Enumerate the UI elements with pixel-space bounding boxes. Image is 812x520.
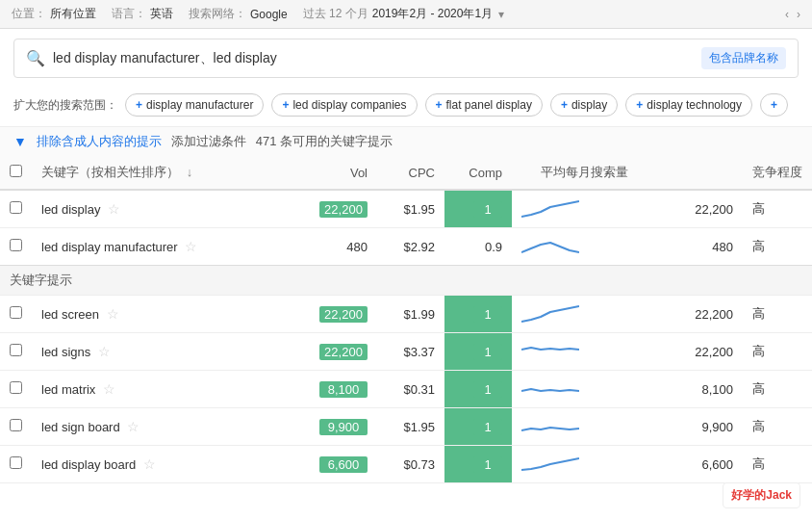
- td-monthly: 22,200: [656, 333, 743, 371]
- nav-prev-icon[interactable]: ‹: [785, 8, 789, 21]
- period-dropdown-icon[interactable]: ▾: [498, 8, 504, 21]
- td-vol: 6,600: [300, 446, 377, 483]
- plus-icon-more: +: [771, 98, 777, 112]
- keyword-link[interactable]: led display board: [41, 457, 136, 472]
- td-checkbox[interactable]: [0, 228, 32, 266]
- table-body: led display ☆ 22,200 $1.95 1 22,200 高 le…: [0, 190, 812, 483]
- td-cpc: $1.99: [377, 296, 444, 333]
- comp-value: 1: [473, 344, 502, 360]
- comp-value: 1: [473, 381, 502, 398]
- td-cpc: $0.73: [377, 446, 444, 483]
- row-checkbox[interactable]: [10, 306, 22, 319]
- suggestions-bar: 扩大您的搜索范围： + display manufacturer + led d…: [0, 88, 812, 126]
- sparkline-svg: [521, 453, 579, 476]
- star-icon[interactable]: ☆: [143, 456, 156, 472]
- td-checkbox[interactable]: [0, 190, 32, 228]
- td-monthly: 8,100: [656, 371, 743, 408]
- star-icon[interactable]: ☆: [98, 344, 111, 359]
- th-comp[interactable]: Comp: [444, 156, 512, 190]
- plus-icon-4: +: [636, 98, 643, 112]
- star-icon[interactable]: ☆: [127, 419, 140, 434]
- table-row: led matrix ☆ 8,100 $0.31 1 8,100 高: [0, 371, 812, 408]
- keywords-table: 关键字（按相关性排序） ↓ Vol CPC Comp 平均每月搜索量 竞争程度 …: [0, 156, 812, 483]
- td-competition: 高: [743, 296, 812, 333]
- td-monthly: 9,900: [656, 408, 743, 446]
- td-competition: 高: [743, 190, 812, 228]
- th-trend: 平均每月搜索量: [512, 156, 656, 190]
- nav-next-icon[interactable]: ›: [797, 8, 800, 21]
- th-vol[interactable]: Vol: [300, 156, 377, 190]
- td-cpc: $2.92: [377, 228, 444, 266]
- td-keyword: led sign board ☆: [32, 408, 300, 446]
- network-item: 搜索网络： Google: [189, 6, 288, 22]
- th-checkbox[interactable]: [0, 156, 32, 190]
- td-cpc: $0.31: [377, 371, 444, 408]
- star-icon[interactable]: ☆: [108, 201, 120, 217]
- keyword-link[interactable]: led signs: [41, 345, 90, 359]
- plus-icon-3: +: [561, 98, 568, 112]
- td-monthly: 22,200: [656, 296, 743, 333]
- keyword-link[interactable]: led display manufacturer: [41, 240, 178, 254]
- td-checkbox[interactable]: [0, 296, 32, 333]
- td-keyword: led display manufacturer ☆: [32, 228, 300, 266]
- period-label: 过去 12 个月: [303, 6, 368, 22]
- td-vol: 22,200: [300, 333, 377, 371]
- table-row: led sign board ☆ 9,900 $1.95 1 9,900 高: [0, 408, 812, 446]
- sort-icon[interactable]: ↓: [187, 165, 193, 179]
- th-keyword[interactable]: 关键字（按相关性排序） ↓: [32, 156, 300, 190]
- suggestion-tag-more[interactable]: +: [760, 93, 788, 117]
- vol-value: 22,200: [319, 306, 368, 323]
- suggestion-tag-2[interactable]: + flat panel display: [425, 93, 543, 117]
- star-icon[interactable]: ☆: [107, 306, 119, 322]
- search-icon: 🔍: [26, 49, 45, 67]
- period-item[interactable]: 过去 12 个月 2019年2月 - 2020年1月 ▾: [303, 6, 504, 22]
- suggestion-tag-3[interactable]: + display: [550, 93, 618, 117]
- language-label: 语言：: [112, 6, 146, 22]
- exclude-adult-link[interactable]: 排除含成人内容的提示: [37, 133, 162, 150]
- td-trend: [512, 371, 656, 408]
- suggestion-tag-4[interactable]: + display technology: [625, 93, 752, 117]
- select-all-checkbox[interactable]: [10, 165, 22, 177]
- row-checkbox[interactable]: [10, 381, 22, 394]
- table-row: led display board ☆ 6,600 $0.73 1 6,600 …: [0, 446, 812, 483]
- td-checkbox[interactable]: [0, 333, 32, 371]
- period-value: 2019年2月 - 2020年1月: [372, 6, 493, 22]
- td-checkbox[interactable]: [0, 408, 32, 446]
- keyword-link[interactable]: led screen: [41, 307, 99, 322]
- filter-count: 471 条可用的关键字提示: [256, 133, 393, 150]
- suggestion-tag-1[interactable]: + led display companies: [271, 93, 417, 117]
- network-value: Google: [250, 8, 288, 21]
- row-checkbox[interactable]: [10, 419, 22, 431]
- td-competition: 高: [743, 371, 812, 408]
- td-checkbox[interactable]: [0, 371, 32, 408]
- nav-arrows[interactable]: ‹ ›: [785, 8, 800, 21]
- td-comp: 1: [444, 190, 512, 228]
- td-checkbox[interactable]: [0, 446, 32, 483]
- td-trend: [512, 296, 656, 333]
- td-trend: [512, 228, 656, 266]
- add-filter-link[interactable]: 添加过滤条件: [171, 133, 246, 150]
- keyword-link[interactable]: led display: [41, 202, 100, 217]
- row-checkbox[interactable]: [10, 201, 22, 214]
- keyword-link[interactable]: led matrix: [41, 382, 95, 397]
- td-monthly: 480: [656, 228, 743, 266]
- vol-value: 8,100: [319, 381, 368, 398]
- td-comp: 1: [444, 296, 512, 333]
- search-query[interactable]: led display manufacturer、led display: [53, 50, 701, 67]
- td-vol: 480: [300, 228, 377, 266]
- top-bar: 位置： 所有位置 语言： 英语 搜索网络： Google 过去 12 个月 20…: [0, 0, 812, 29]
- vol-value: 9,900: [319, 419, 368, 435]
- star-icon[interactable]: ☆: [103, 381, 115, 397]
- row-checkbox[interactable]: [10, 456, 22, 469]
- star-icon[interactable]: ☆: [185, 239, 197, 254]
- table-row: led signs ☆ 22,200 $3.37 1 22,200 高: [0, 333, 812, 371]
- row-checkbox[interactable]: [10, 239, 22, 251]
- td-vol: 22,200: [300, 190, 377, 228]
- keyword-link[interactable]: led sign board: [41, 420, 120, 434]
- th-cpc[interactable]: CPC: [377, 156, 444, 190]
- td-comp: 1: [444, 408, 512, 446]
- table-header-row: 关键字（按相关性排序） ↓ Vol CPC Comp 平均每月搜索量 竞争程度: [0, 156, 812, 190]
- row-checkbox[interactable]: [10, 344, 22, 356]
- suggestion-tag-0[interactable]: + display manufacturer: [125, 93, 264, 117]
- search-bar: 🔍 led display manufacturer、led display 包…: [13, 39, 799, 78]
